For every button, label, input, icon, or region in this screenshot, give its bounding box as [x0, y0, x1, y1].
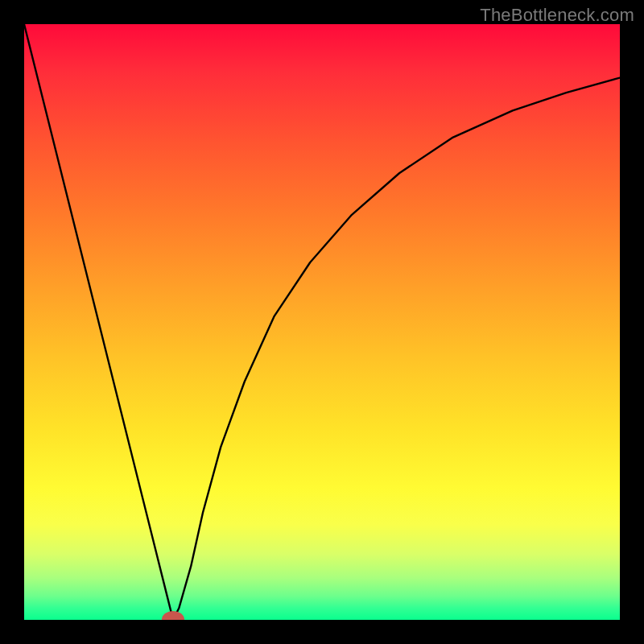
plot-area: [24, 24, 620, 620]
optimum-marker: [165, 614, 182, 620]
attribution-text: TheBottleneck.com: [480, 5, 634, 26]
bottleneck-curve: [24, 24, 620, 620]
chart-frame: TheBottleneck.com: [0, 0, 644, 644]
chart-svg: [24, 24, 620, 620]
